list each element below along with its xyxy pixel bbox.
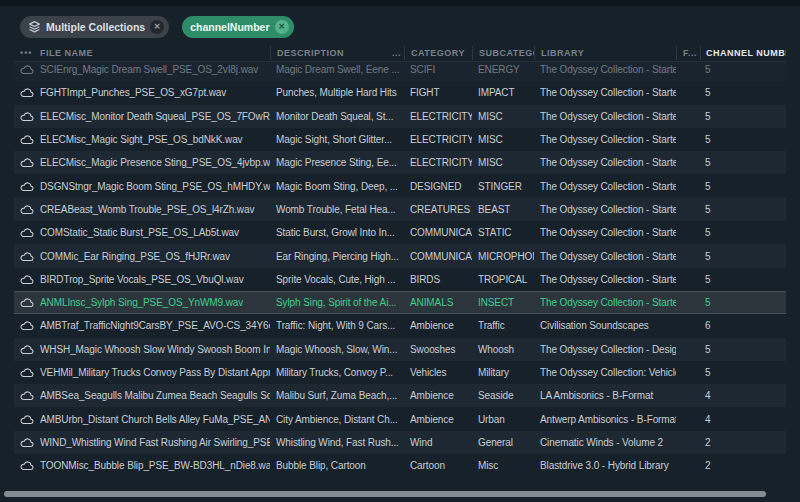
cell-category: Vehicles (404, 361, 472, 384)
cloud-icon[interactable] (20, 157, 40, 168)
cell-channel-number: 5 (700, 245, 786, 268)
cell-library: The Odyssey Collection: Vehicles (534, 361, 676, 384)
table-row[interactable]: CREABeast_Womb Trouble_PSE_OS_l4rZh.wav … (14, 198, 786, 221)
table-row[interactable]: COMStatic_Static Burst_PSE_OS_LAb5t.wav … (14, 221, 786, 244)
column-header-category[interactable]: CATEGORY (404, 46, 472, 60)
column-header-subcategory[interactable]: SUBCATEGORY (472, 46, 534, 60)
table-row[interactable]: WHSH_Magic Whoosh Slow Windy Swoosh Boom… (14, 338, 786, 361)
cloud-icon[interactable] (20, 64, 40, 75)
cell-description: Monitor Death Squeal, St... (270, 105, 404, 128)
cell-library: The Odyssey Collection - Designed (534, 338, 676, 361)
cell-file-name: VEHMil_Military Trucks Convoy Pass By Di… (40, 361, 270, 384)
cell-channel-number: 5 (700, 105, 786, 128)
cloud-icon[interactable] (20, 344, 40, 355)
cell-file-name: COMStatic_Static Burst_PSE_OS_LAb5t.wav (40, 221, 270, 244)
table-header: ••• FILE NAME DESCRIPTION ... CATEGORY S… (14, 44, 786, 62)
column-header-format-truncated[interactable]: F... (676, 46, 700, 60)
cell-subcategory: MISC (472, 105, 534, 128)
cloud-icon[interactable] (20, 274, 40, 285)
cell-library: The Odyssey Collection - Starter (534, 151, 676, 174)
table-row[interactable]: WIND_Whistling Wind Fast Rushing Air Swi… (14, 431, 786, 454)
cloud-icon[interactable] (20, 367, 40, 378)
cloud-icon[interactable] (20, 87, 40, 98)
table-row[interactable]: ELECMisc_Magic Sight_PSE_OS_bdNkK.wav Ma… (14, 128, 786, 151)
column-header-description[interactable]: DESCRIPTION ... (270, 46, 404, 60)
cell-category: Cartoon (404, 454, 472, 477)
layers-icon (28, 20, 41, 33)
column-header-file-name[interactable]: FILE NAME (40, 46, 270, 60)
cloud-icon[interactable] (20, 460, 40, 471)
cell-subcategory: MISC (472, 151, 534, 174)
cell-subcategory: Traffic (472, 314, 534, 337)
filter-chip-label: channelNumber (190, 21, 269, 33)
table-row[interactable]: VEHMil_Military Trucks Convoy Pass By Di… (14, 361, 786, 384)
cloud-icon[interactable] (20, 204, 40, 215)
cell-description: Punches, Multiple Hard Hits (270, 81, 404, 104)
cell-description: Magic Boom Sting, Deep, ... (270, 175, 404, 198)
table-row[interactable]: ELECMisc_Magic Presence Sting_PSE_OS_4jv… (14, 151, 786, 174)
cloud-icon[interactable] (20, 227, 40, 238)
cell-description: City Ambience, Distant Ch... (270, 408, 404, 431)
cell-file-name: ELECMisc_Magic Sight_PSE_OS_bdNkK.wav (40, 128, 270, 151)
table-row[interactable]: AMBSea_Seagulls Malibu Zumea Beach Seagu… (14, 384, 786, 407)
column-header-channel-number[interactable]: CHANNEL NUMBER (700, 46, 786, 60)
table-row[interactable]: ELECMisc_Monitor Death Squeal_PSE_OS_7FO… (14, 105, 786, 128)
cloud-icon[interactable] (20, 181, 40, 192)
cloud-icon[interactable] (20, 134, 40, 145)
cell-channel-number: 2 (700, 454, 786, 477)
cell-category: BIRDS (404, 268, 472, 291)
cloud-icon[interactable] (20, 111, 40, 122)
column-header-truncated: ... (392, 46, 401, 60)
column-menu-icon[interactable]: ••• (20, 46, 40, 60)
cell-channel-number: 5 (700, 198, 786, 221)
cloud-icon[interactable] (20, 437, 40, 448)
filter-bar: Multiple Collections ✕ channelNumber ✕ (0, 6, 800, 40)
cell-library: The Odyssey Collection - Starter (534, 221, 676, 244)
cell-description: Magic Presence Sting, Ee... (270, 151, 404, 174)
filter-chip-multiple-collections[interactable]: Multiple Collections ✕ (20, 16, 169, 38)
table-row[interactable]: ANMLInsc_Sylph Sing_PSE_OS_YnWM9.wav Syl… (14, 291, 786, 314)
cell-category: COMMUNICATI... (404, 245, 472, 268)
cell-library: Blastdrive 3.0 - Hybrid Library (534, 454, 676, 477)
filter-chip-channel-number[interactable]: channelNumber ✕ (182, 16, 293, 38)
cell-category: DESIGNED (404, 175, 472, 198)
cell-category: Wind (404, 431, 472, 454)
table-row[interactable]: AMBTraf_TrafficNight9CarsBY_PSE_AVO-CS_3… (14, 314, 786, 337)
cell-subcategory: MISC (472, 128, 534, 151)
table-row[interactable]: BIRDTrop_Sprite Vocals_PSE_OS_VbuQl.wav … (14, 268, 786, 291)
scrollbar-thumb[interactable] (4, 491, 766, 497)
table-row[interactable]: AMBUrbn_Distant Church Bells Alley FuMa_… (14, 407, 786, 430)
cloud-icon[interactable] (20, 320, 40, 331)
cloud-icon[interactable] (20, 390, 40, 401)
cell-channel-number: 5 (700, 81, 786, 104)
cell-file-name: ELECMisc_Monitor Death Squeal_PSE_OS_7FO… (40, 105, 270, 128)
cell-channel-number: 5 (700, 338, 786, 361)
cell-channel-number: 5 (700, 151, 786, 174)
cell-description: Military Trucks, Convoy P... (270, 361, 404, 384)
cell-description: Womb Trouble, Fetal Hea... (270, 198, 404, 221)
cell-description: Sylph Sing, Spirit of the Ai... (270, 291, 404, 314)
table-row[interactable]: TOONMisc_Bubble Blip_PSE_BW-BD3HL_nDie8.… (14, 454, 786, 477)
table-row[interactable]: COMMic_Ear Ringing_PSE_OS_fHJRr.wav Ear … (14, 244, 786, 267)
remove-filter-icon[interactable]: ✕ (150, 20, 164, 34)
file-list: SCIEnrg_Magic Dream Swell_PSE_OS_2vI8j.w… (14, 58, 786, 477)
column-header-library[interactable]: LIBRARY (534, 46, 676, 60)
cloud-icon[interactable] (20, 414, 40, 425)
cell-description: Sprite Vocals, Cute, High ... (270, 268, 404, 291)
cell-category: COMMUNICATI... (404, 221, 472, 244)
cell-library: LA Ambisonics - B-Format (534, 384, 676, 407)
column-header-description-label: DESCRIPTION (277, 46, 344, 60)
cell-description: Bubble Blip, Cartoon (270, 454, 404, 477)
table-row[interactable]: DSGNStngr_Magic Boom Sting_PSE_OS_hMHDY.… (14, 174, 786, 197)
cloud-icon[interactable] (20, 297, 40, 308)
horizontal-scrollbar[interactable] (0, 490, 800, 498)
table-row[interactable]: FGHTImpt_Punches_PSE_OS_xG7pt.wav Punche… (14, 81, 786, 104)
cell-file-name: AMBSea_Seagulls Malibu Zumea Beach Seagu… (40, 384, 270, 407)
cell-file-name: WHSH_Magic Whoosh Slow Windy Swoosh Boom… (40, 338, 270, 361)
remove-filter-icon[interactable]: ✕ (275, 20, 289, 34)
cell-subcategory: MICROPHONE (472, 245, 534, 268)
cell-library: The Odyssey Collection - Starter (534, 128, 676, 151)
cell-file-name: CREABeast_Womb Trouble_PSE_OS_l4rZh.wav (40, 198, 270, 221)
cell-description: Malibu Surf, Zuma Beach,... (270, 384, 404, 407)
cloud-icon[interactable] (20, 251, 40, 262)
